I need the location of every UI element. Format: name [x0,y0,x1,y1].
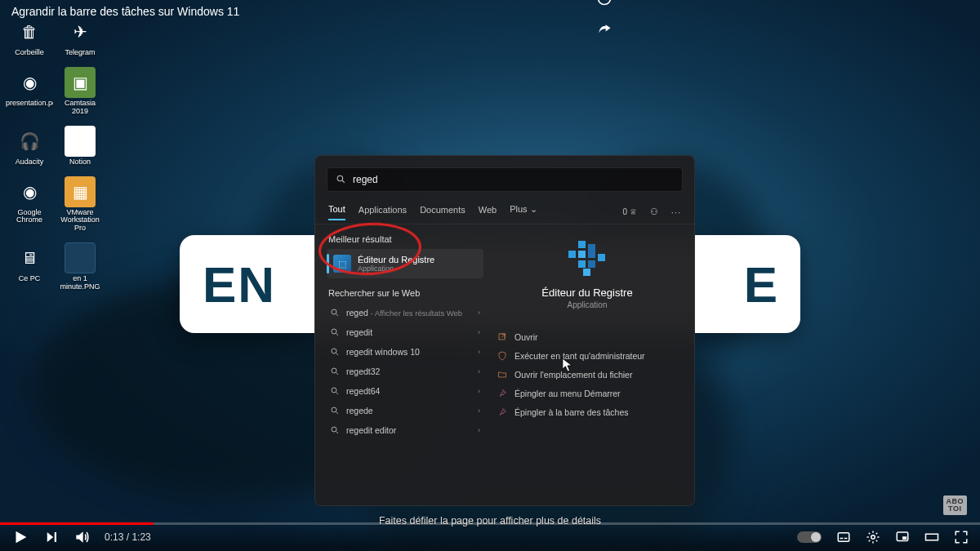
results-left-column: Meilleur résultat ⬚ Éditeur du Registre … [327,233,483,491]
action-label: Exécuter en tant qu'administrateur [514,351,645,361]
video-titlebar: Agrandir la barre des tâches sur Windows… [0,0,980,23]
desktop-icon[interactable]: ▣Camtasia 2019 [56,67,105,116]
app-icon: 🎧 [14,126,45,157]
app-icon [65,242,96,273]
web-result-row[interactable]: regedt64 › [327,381,483,401]
pin-icon [497,388,507,398]
rewards-icon[interactable]: 0 ♕ [622,207,636,216]
channel-watermark[interactable]: ABOTOI [943,495,968,515]
desktop-icon[interactable]: ◉presentation.pdf [5,67,54,116]
web-result-row[interactable]: regede › [327,401,483,420]
web-result-text: regedt64 [346,386,471,396]
web-result-row[interactable]: regedit › [327,322,483,342]
app-icon: N [65,126,96,157]
banner-left-text: EN [203,256,276,313]
time-display: 0:13 / 1:23 [105,531,151,543]
app-icon: ◉ [14,176,45,207]
desktop-icon[interactable]: ◉Google Chrome [5,176,54,233]
svg-point-6 [332,388,336,393]
tab-documents[interactable]: Documents [420,205,466,220]
web-result-text: regedit editor [346,425,471,435]
action-label: Ouvrir l'emplacement du fichier [514,370,632,380]
web-result-text: reged - Afficher les résultats Web [346,308,471,318]
registry-editor-icon: ⬚ [333,255,351,273]
svg-point-11 [871,535,875,540]
icon-label: Audacity [16,158,44,167]
chevron-down-icon: ⌄ [530,204,537,214]
detail-action-row[interactable]: Épingler au menu Démarrer [495,384,683,402]
pin-icon [497,407,507,417]
web-result-text: regedt32 [346,367,471,376]
theater-button[interactable] [924,530,939,544]
svg-point-5 [332,368,336,373]
desktop-icon[interactable]: 🎧Audacity [5,126,54,167]
mouse-cursor-icon [562,358,573,375]
icon-label: Camtasia 2019 [56,100,104,116]
detail-action-row[interactable]: Exécuter en tant qu'administrateur [495,346,683,365]
more-icon[interactable]: ··· [671,207,681,217]
open-icon [497,331,507,342]
web-result-row[interactable]: regedt32 › [327,362,483,381]
detail-app-name: Éditeur du Registre [541,287,632,299]
icon-label: VMware Workstation Pro [56,209,104,233]
tab-plus[interactable]: Plus ⌄ [510,204,537,220]
desktop-icon[interactable]: en 1 minute.PNG [56,242,105,291]
detail-app-type: Application [568,300,608,309]
app-icon: ▣ [65,67,96,98]
best-result-subtitle: Application [358,264,434,273]
play-button[interactable] [11,528,29,546]
action-label: Ouvrir [514,332,538,342]
icon-label: en 1 minute.PNG [56,275,104,291]
desktop-icons-grid: 🗑Corbeille✈Telegram◉presentation.pdf▣Cam… [5,16,105,291]
tab-web[interactable]: Web [479,205,497,220]
detail-action-row[interactable]: Ouvrir l'emplacement du fichier [495,365,683,384]
search-box[interactable] [327,167,683,192]
miniplayer-button[interactable] [895,530,910,544]
search-tabs: Tout Applications Documents Web Plus ⌄ 0… [315,200,694,224]
next-button[interactable] [44,530,59,544]
svg-rect-13 [902,536,906,540]
svg-point-2 [332,309,336,314]
tab-tout[interactable]: Tout [328,204,345,220]
best-result-item[interactable]: ⬚ Éditeur du Registre Application [327,249,483,278]
icon-label: Corbeille [15,49,44,57]
search-input[interactable] [353,174,674,185]
desktop-icon[interactable]: 🖥Ce PC [5,242,54,291]
volume-button[interactable] [74,529,90,545]
share-icon[interactable] [596,21,612,38]
video-title: Agrandir la barre des tâches sur Windows… [11,5,239,18]
desktop-icon[interactable]: NNotion [56,126,105,167]
chevron-right-icon: › [478,426,480,434]
icon-label: Notion [69,158,91,167]
detail-action-row[interactable]: Ouvrir [495,327,683,346]
settings-button[interactable] [866,530,880,544]
web-result-row[interactable]: regedit windows 10 › [327,342,483,362]
app-icon: ▦ [65,176,96,207]
result-detail-pane: Éditeur du Registre Application OuvrirEx… [492,233,683,491]
search-icon [330,327,340,337]
watch-later-icon[interactable] [596,0,612,7]
search-icon [336,174,346,186]
action-label: Épingler au menu Démarrer [514,389,621,398]
autoplay-toggle[interactable] [797,531,822,543]
web-result-row[interactable]: reged - Afficher les résultats Web › [327,303,483,322]
svg-rect-10 [838,533,849,542]
web-result-text: regede [346,406,471,415]
icon-label: presentation.pdf [6,100,53,108]
svg-point-1 [337,176,343,181]
icon-label: Telegram [65,49,95,57]
desktop-icon[interactable]: ▦VMware Workstation Pro [56,176,105,233]
chevron-right-icon: › [478,348,480,356]
search-icon [330,425,340,435]
account-icon[interactable]: ⚇ [650,207,658,217]
fullscreen-button[interactable] [954,530,969,544]
web-result-row[interactable]: regedit editor › [327,420,483,440]
svg-point-0 [598,0,610,5]
subtitles-button[interactable] [836,530,851,544]
svg-point-7 [332,407,336,412]
detail-action-row[interactable]: Épingler à la barre des tâches [495,402,683,421]
tab-applications[interactable]: Applications [359,205,407,220]
best-result-header: Meilleur résultat [328,234,483,244]
chevron-right-icon: › [478,387,480,395]
action-label: Épingler à la barre des tâches [514,407,629,417]
